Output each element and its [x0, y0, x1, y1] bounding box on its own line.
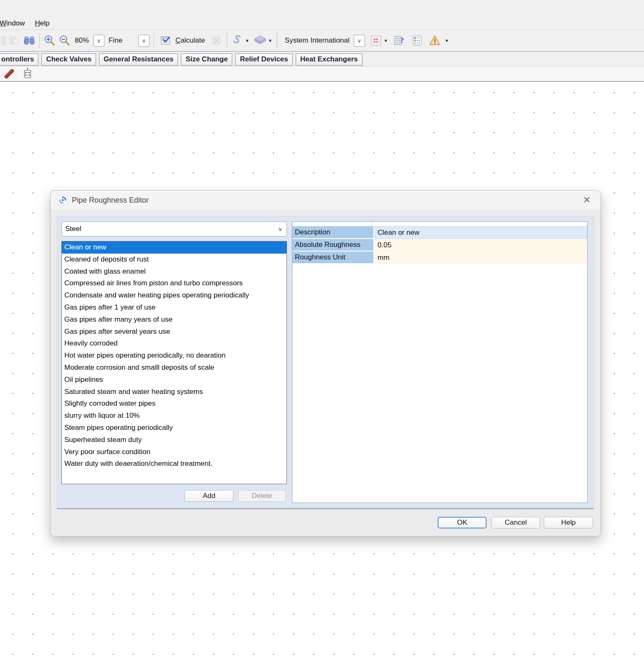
cancel-button[interactable]: Cancel	[492, 517, 540, 528]
stop-calculation-icon[interactable]	[210, 34, 223, 47]
list-report-icon[interactable]	[411, 34, 424, 47]
property-label: Description	[292, 226, 374, 239]
property-value[interactable]: mm	[374, 252, 587, 264]
toolbar-separator	[39, 33, 40, 48]
coil-tool[interactable]	[18, 67, 37, 81]
pipe-condition-item[interactable]: Compressed air lines from piston and tur…	[62, 277, 287, 290]
pipe-roughness-editor-dialog: Pipe Roughness Editor ✕ Steel ∨ Clean or…	[50, 190, 601, 536]
component-tab[interactable]: Check Valves	[41, 53, 96, 66]
pipe-condition-item[interactable]: slurry with liquor at 10%	[62, 410, 287, 422]
delete-button[interactable]: Delete	[238, 490, 286, 502]
pipe-condition-item[interactable]: Hot water pipes operating periodically, …	[62, 350, 287, 362]
header-chrome: Window Help	[0, 0, 644, 82]
pipe-condition-item[interactable]: Saturated steam and water heating system…	[62, 386, 287, 398]
warning-icon[interactable]	[428, 34, 441, 47]
pipe-condition-item[interactable]: Heavily corroded	[62, 338, 287, 350]
cut-icon[interactable]	[0, 34, 6, 47]
component-palette	[0, 66, 644, 82]
results-help-icon[interactable]: ?	[393, 34, 406, 47]
dialog-titlebar[interactable]: Pipe Roughness Editor ✕	[51, 191, 601, 210]
titlebar-strip	[0, 0, 644, 17]
menu-bar: Window Help	[0, 17, 644, 30]
calculate-button[interactable]: Calculate	[157, 33, 209, 48]
app-window: Window Help	[0, 0, 644, 658]
close-icon[interactable]: ✕	[579, 192, 595, 208]
add-button[interactable]: Add	[185, 490, 233, 502]
property-grid-header	[292, 222, 587, 226]
ok-button[interactable]: OK	[438, 517, 487, 528]
property-grid: Description Clean or new Absolute Roughn…	[292, 221, 588, 503]
book-icon[interactable]	[254, 34, 267, 47]
material-selected-value: Steel	[65, 225, 278, 233]
component-tab[interactable]: ontrollers	[0, 53, 38, 66]
detail-quality-value: Fine	[109, 36, 122, 45]
pipe-condition-item[interactable]: Gas pipes after several years use	[62, 326, 287, 338]
menu-window[interactable]: Window	[0, 19, 30, 28]
app-dialog-icon	[58, 195, 68, 205]
property-value[interactable]: 0.05	[374, 239, 587, 252]
pipe-condition-item[interactable]: Water duty with deaeration/chemical trea…	[62, 458, 287, 470]
detail-quality-dropdown[interactable]: ∨	[138, 35, 150, 47]
component-tabs: ontrollersCheck ValvesGeneral Resistance…	[0, 53, 363, 66]
component-tab[interactable]: Relief Devices	[235, 53, 292, 66]
grid-settings-caret-icon[interactable]: ▼	[384, 38, 388, 43]
units-system-value: System International	[285, 36, 350, 45]
pipe-condition-item[interactable]: Steam pipes operating periodically	[62, 422, 287, 434]
pipe-condition-item[interactable]: Oil pipelines	[62, 374, 287, 386]
paste-icon[interactable]	[8, 34, 21, 47]
zoom-in-icon[interactable]	[43, 34, 56, 47]
pipe-condition-item[interactable]: Gas pipes after 1 year of use	[62, 302, 287, 314]
dialog-title: Pipe Roughness Editor	[72, 196, 149, 205]
pipe-tool[interactable]	[0, 72, 18, 76]
property-label: Absolute Roughness	[292, 239, 374, 252]
component-tab[interactable]: Heat Exchangers	[296, 53, 363, 66]
script-caret-icon[interactable]: ▼	[245, 38, 249, 43]
component-tab[interactable]: Size Change	[181, 53, 232, 66]
property-value[interactable]: Clean or new	[374, 226, 587, 239]
property-label: Roughness Unit	[292, 252, 374, 264]
dialog-content-panel: Steel ∨ Clean or newCleaned of deposits …	[57, 216, 594, 509]
property-row-description: Description Clean or new	[292, 226, 587, 239]
chevron-down-icon: ∨	[278, 226, 282, 232]
book-caret-icon[interactable]: ▼	[268, 38, 272, 43]
pipe-condition-item[interactable]: Gas pipes after many years of use	[62, 314, 287, 326]
find-icon[interactable]	[23, 34, 36, 47]
pipe-condition-item[interactable]: Condensate and water heating pipes opera…	[62, 290, 287, 302]
zoom-dropdown[interactable]: ∨	[93, 35, 104, 47]
menu-help[interactable]: Help	[30, 19, 54, 28]
script-icon[interactable]	[231, 34, 244, 47]
zoom-out-icon[interactable]	[58, 34, 71, 47]
toolbar: 80% ∨ Fine ∨ Calculate	[0, 30, 644, 52]
coil-icon	[22, 67, 33, 81]
units-system-dropdown[interactable]: ∨	[354, 35, 365, 47]
toolbar-separator	[227, 33, 227, 48]
property-row-roughness-unit: Roughness Unit mm	[292, 252, 587, 264]
pipe-condition-item[interactable]: Superheated steam duty	[62, 434, 287, 446]
calculate-icon	[159, 34, 172, 47]
pipe-condition-item[interactable]: Coated with glass enamel	[62, 266, 287, 278]
pipe-condition-item[interactable]: Very poor surface condition	[62, 446, 287, 458]
pipe-condition-list: Clean or newCleaned of deposits of rustC…	[61, 241, 287, 484]
toolbar-separator	[154, 33, 154, 48]
grid-settings-icon[interactable]	[369, 34, 383, 47]
pipe-condition-item[interactable]: Cleaned of deposits of rust	[62, 254, 287, 266]
property-row-absolute-roughness: Absolute Roughness 0.05	[292, 239, 587, 252]
pipe-condition-item[interactable]: Clean or new	[62, 241, 287, 254]
zoom-level-value: 80%	[75, 36, 89, 45]
pipe-icon	[4, 68, 15, 79]
toolbar-overflow-caret-icon[interactable]: ▼	[445, 38, 449, 43]
pipe-condition-item[interactable]: Moderate corrosion and smalll deposits o…	[62, 362, 287, 374]
component-tab[interactable]: General Resistances	[99, 53, 178, 66]
toolbar-separator-dotted	[276, 33, 277, 48]
svg-text:?: ?	[400, 36, 404, 45]
material-select[interactable]: Steel ∨	[61, 221, 287, 236]
help-button[interactable]: Help	[544, 517, 593, 528]
pipe-condition-item[interactable]: Slightly corroded water pipes	[62, 398, 287, 410]
